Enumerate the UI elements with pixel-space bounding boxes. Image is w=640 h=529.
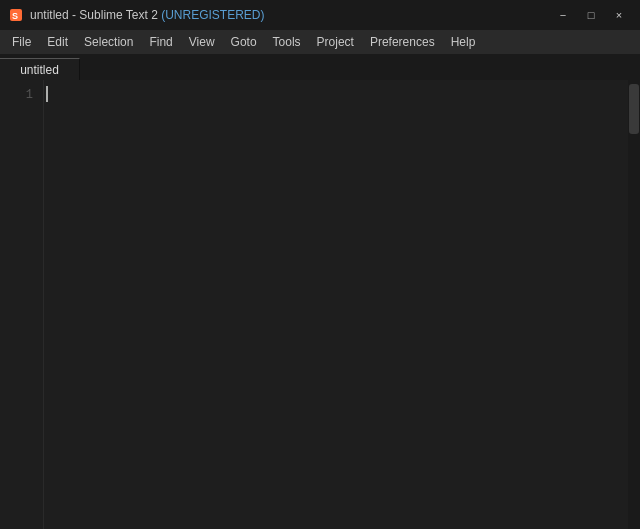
menu-help[interactable]: Help bbox=[443, 30, 484, 54]
minimize-button[interactable]: − bbox=[550, 5, 576, 25]
menu-bar: File Edit Selection Find View Goto Tools… bbox=[0, 30, 640, 54]
editor-content[interactable] bbox=[44, 80, 628, 529]
scrollbar-vertical[interactable] bbox=[628, 80, 640, 529]
maximize-button[interactable]: □ bbox=[578, 5, 604, 25]
window-controls: − □ × bbox=[550, 5, 632, 25]
line-number-1: 1 bbox=[0, 86, 43, 104]
title-bar: S untitled - Sublime Text 2 (UNREGISTERE… bbox=[0, 0, 640, 30]
tab-untitled[interactable]: untitled bbox=[0, 58, 80, 80]
menu-edit[interactable]: Edit bbox=[39, 30, 76, 54]
menu-file[interactable]: File bbox=[4, 30, 39, 54]
title-text: untitled - Sublime Text 2 (UNREGISTERED) bbox=[30, 8, 265, 22]
close-button[interactable]: × bbox=[606, 5, 632, 25]
scrollbar-thumb-vertical[interactable] bbox=[629, 84, 639, 134]
menu-tools[interactable]: Tools bbox=[265, 30, 309, 54]
tab-bar: untitled bbox=[0, 54, 640, 80]
title-left: S untitled - Sublime Text 2 (UNREGISTERE… bbox=[8, 7, 265, 23]
menu-project[interactable]: Project bbox=[309, 30, 362, 54]
line-gutter: 1 bbox=[0, 80, 44, 529]
editor-container[interactable]: 1 bbox=[0, 80, 640, 529]
menu-preferences[interactable]: Preferences bbox=[362, 30, 443, 54]
menu-goto[interactable]: Goto bbox=[223, 30, 265, 54]
menu-selection[interactable]: Selection bbox=[76, 30, 141, 54]
text-cursor bbox=[46, 86, 48, 102]
menu-view[interactable]: View bbox=[181, 30, 223, 54]
menu-find[interactable]: Find bbox=[141, 30, 180, 54]
svg-text:S: S bbox=[12, 11, 18, 21]
app-icon: S bbox=[8, 7, 24, 23]
